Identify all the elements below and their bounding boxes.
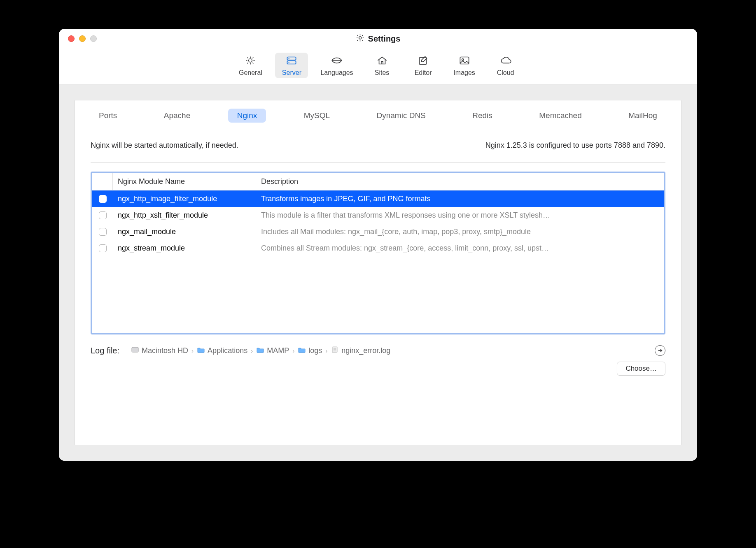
subtab-memcached[interactable]: Memcached <box>530 109 591 123</box>
toolbar-sites[interactable]: Sites <box>366 53 399 78</box>
window-title: Settings <box>356 33 401 44</box>
subtab-ports[interactable]: Ports <box>90 109 126 123</box>
svg-point-5 <box>289 62 289 63</box>
log-file-row: Log file: Macintosh HD›Applications›MAMP… <box>91 345 665 356</box>
toolbar-label: Server <box>282 69 301 77</box>
reveal-button[interactable] <box>655 345 665 356</box>
module-name: ngx_stream_module <box>113 244 256 253</box>
breadcrumb-text: Macintosh HD <box>142 346 188 355</box>
cloud-icon <box>499 55 513 67</box>
breadcrumb-item[interactable]: MAMP <box>256 346 289 355</box>
table-body: ngx_http_image_filter_moduleTransforms i… <box>92 190 664 256</box>
gear-icon <box>243 55 257 67</box>
table-row[interactable]: ngx_http_image_filter_moduleTransforms i… <box>92 190 664 207</box>
svg-point-8 <box>462 59 463 60</box>
toolbar-label: Sites <box>375 69 390 77</box>
subtabs: Ports Apache Nginx MySQL Dynamic DNS Red… <box>75 100 681 127</box>
svg-rect-7 <box>460 57 469 64</box>
table-header: Nginx Module Name Description <box>92 173 664 190</box>
subtab-redis[interactable]: Redis <box>463 109 502 123</box>
window-title-text: Settings <box>368 34 401 44</box>
choose-row: Choose… <box>91 362 665 376</box>
col-checkbox <box>92 173 113 190</box>
toolbar-cloud[interactable]: Cloud <box>489 53 522 78</box>
subtab-dynamic-dns[interactable]: Dynamic DNS <box>368 109 435 123</box>
server-icon <box>285 55 299 67</box>
checkbox-cell[interactable] <box>92 195 113 203</box>
table-row[interactable]: ngx_stream_moduleCombines all Stream mod… <box>92 240 664 256</box>
log-file-label: Log file: <box>91 346 119 355</box>
module-desc: Includes all Mail modules: ngx_mail_{cor… <box>256 228 664 236</box>
checkbox-cell[interactable] <box>92 228 113 236</box>
file-icon <box>331 346 339 355</box>
checkbox[interactable] <box>99 228 107 236</box>
module-desc: Combines all Stream modules: ngx_stream_… <box>256 244 664 253</box>
toolbar-languages[interactable]: Languages <box>316 53 357 78</box>
edit-icon <box>416 55 430 67</box>
chevron-right-icon: › <box>292 347 295 354</box>
toolbar-general[interactable]: General <box>234 53 267 78</box>
svg-point-1 <box>249 59 252 63</box>
maximize-button <box>90 35 97 42</box>
col-desc: Description <box>256 173 664 190</box>
table-row[interactable]: ngx_http_xslt_filter_moduleThis module i… <box>92 207 664 223</box>
toolbar-images[interactable]: Images <box>448 53 481 78</box>
folder-icon <box>197 346 205 355</box>
gear-icon <box>356 33 365 44</box>
breadcrumb-item[interactable]: nginx_error.log <box>331 346 390 355</box>
disk-icon <box>131 346 139 355</box>
toolbar-label: General <box>239 69 262 77</box>
breadcrumb-text: Applications <box>208 346 247 355</box>
toolbar-server[interactable]: Server <box>275 53 308 78</box>
settings-window: Settings General Server Languages Sit <box>59 29 697 461</box>
status-left: Nginx will be started automatically, if … <box>91 141 238 150</box>
toolbar-label: Images <box>453 69 475 77</box>
module-desc: Transforms images in JPEG, GIF, and PNG … <box>256 195 664 203</box>
module-desc: This module is a filter that transforms … <box>256 211 664 220</box>
breadcrumb-item[interactable]: logs <box>298 346 322 355</box>
module-name: ngx_http_image_filter_module <box>113 195 256 203</box>
svg-point-4 <box>289 58 289 59</box>
status-row: Nginx will be started automatically, if … <box>91 127 665 162</box>
house-icon <box>375 55 389 67</box>
toolbar: General Server Languages Sites Editor <box>59 49 697 84</box>
close-button[interactable] <box>68 35 75 42</box>
breadcrumb-text: nginx_error.log <box>341 346 390 355</box>
modules-table[interactable]: Nginx Module Name Description ngx_http_i… <box>91 172 665 334</box>
chevron-right-icon: › <box>250 347 254 354</box>
server-panel: Ports Apache Nginx MySQL Dynamic DNS Red… <box>75 100 681 445</box>
lips-icon <box>330 55 344 67</box>
checkbox[interactable] <box>99 211 107 219</box>
breadcrumb-item[interactable]: Applications <box>197 346 247 355</box>
titlebar: Settings <box>59 29 697 49</box>
breadcrumb-text: MAMP <box>267 346 289 355</box>
checkbox[interactable] <box>99 195 107 203</box>
checkbox[interactable] <box>99 244 107 252</box>
folder-icon <box>298 346 306 355</box>
subtab-mailhog[interactable]: MailHog <box>619 109 666 123</box>
image-icon <box>457 55 471 67</box>
choose-button[interactable]: Choose… <box>617 362 665 376</box>
window-controls <box>59 35 97 42</box>
checkbox-cell[interactable] <box>92 211 113 219</box>
module-name: ngx_mail_module <box>113 228 256 236</box>
content-area: Ports Apache Nginx MySQL Dynamic DNS Red… <box>59 84 697 461</box>
checkbox-cell[interactable] <box>92 244 113 252</box>
subtab-apache[interactable]: Apache <box>155 109 199 123</box>
toolbar-label: Languages <box>320 69 353 77</box>
breadcrumb-text: logs <box>308 346 322 355</box>
toolbar-editor[interactable]: Editor <box>407 53 440 78</box>
breadcrumb-item[interactable]: Macintosh HD <box>131 346 188 355</box>
table-row[interactable]: ngx_mail_moduleIncludes all Mail modules… <box>92 223 664 240</box>
minimize-button[interactable] <box>79 35 86 42</box>
subtab-nginx[interactable]: Nginx <box>228 109 266 123</box>
chevron-right-icon: › <box>191 347 194 354</box>
subtab-mysql[interactable]: MySQL <box>295 109 339 123</box>
folder-icon <box>256 346 264 355</box>
toolbar-label: Editor <box>415 69 432 77</box>
col-name: Nginx Module Name <box>113 173 256 190</box>
divider <box>91 162 665 163</box>
chevron-right-icon: › <box>324 347 328 354</box>
svg-rect-9 <box>132 347 138 352</box>
breadcrumb: Macintosh HD›Applications›MAMP›logs›ngin… <box>131 346 390 355</box>
